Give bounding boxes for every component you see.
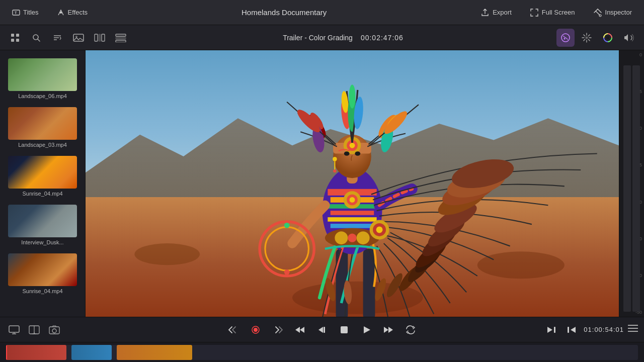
clip-label-1: Landscape_03.mp4 <box>8 142 77 148</box>
svg-point-60 <box>350 143 355 148</box>
svg-point-45 <box>335 231 348 244</box>
volume-icon <box>623 32 634 43</box>
sidebar-item-1[interactable]: Landscape_03.mp4 <box>3 104 82 151</box>
svg-point-50 <box>350 197 355 203</box>
clip-thumb-4 <box>8 253 77 286</box>
color-grading-button[interactable] <box>556 29 575 47</box>
svg-rect-104 <box>324 327 325 333</box>
effects-sparkle-button[interactable] <box>578 29 596 47</box>
apps-grid-button[interactable] <box>6 29 24 47</box>
toolbar: Trailer - Color Grading 00:02:47:06 <box>0 25 644 50</box>
svg-line-12 <box>38 39 40 41</box>
svg-point-101 <box>52 329 56 333</box>
trim-previous-button[interactable] <box>225 322 242 338</box>
preview-area <box>86 50 619 317</box>
toolbar-right <box>556 29 638 47</box>
clip-thumb-2 <box>8 156 77 189</box>
fast-forward-button[interactable] <box>380 322 396 338</box>
inspector-icon <box>593 8 602 17</box>
app-title: Homelands Documentary <box>92 8 476 17</box>
skip-start-button[interactable] <box>564 322 580 338</box>
svg-rect-97 <box>9 326 19 332</box>
fullscreen-button[interactable]: Full Screen <box>526 6 579 19</box>
clip-thumb-0 <box>8 58 77 91</box>
step-back-icon <box>316 325 328 335</box>
stop-icon <box>339 325 349 335</box>
sort-icon <box>52 33 62 43</box>
timeline-tools-left <box>6 322 62 338</box>
svg-rect-105 <box>341 326 348 333</box>
sidebar-item-0[interactable]: Landscape_06.mp4 <box>3 55 82 102</box>
meter-label-0: 0 <box>635 52 642 57</box>
monitor-button[interactable] <box>6 322 22 338</box>
play-button[interactable] <box>358 322 374 338</box>
inspector-button[interactable]: Inspector <box>589 6 636 19</box>
apps-grid-icon <box>10 33 20 43</box>
svg-point-46 <box>348 234 356 242</box>
clip-label-4: Sunrise_04.mp4 <box>8 288 77 294</box>
svg-point-47 <box>357 231 370 244</box>
trim-previous-icon <box>228 325 239 335</box>
rewind-button[interactable] <box>292 322 308 338</box>
volume-button[interactable] <box>620 29 638 47</box>
svg-rect-7 <box>11 34 14 37</box>
svg-rect-10 <box>16 39 19 42</box>
svg-rect-21 <box>116 34 126 36</box>
timeline-clip-1[interactable] <box>71 345 112 360</box>
timeline-clip-2[interactable] <box>117 345 192 360</box>
svg-line-4 <box>598 9 601 13</box>
svg-line-3 <box>594 9 598 13</box>
timeline-menu-button[interactable] <box>628 324 638 335</box>
playhead[interactable] <box>6 345 7 360</box>
split-screen-button[interactable] <box>26 322 42 338</box>
svg-point-26 <box>586 36 588 39</box>
svg-point-2 <box>60 12 62 14</box>
svg-point-6 <box>599 15 601 17</box>
photo-view-button[interactable] <box>69 29 88 47</box>
sidebar-item-3[interactable]: Interview_Dusk... <box>3 202 82 248</box>
loop-button[interactable] <box>403 322 419 338</box>
photo-button[interactable] <box>46 322 62 338</box>
color-wheel-button[interactable] <box>599 29 617 47</box>
fast-forward-icon <box>383 325 394 335</box>
titles-icon: T <box>12 9 20 17</box>
export-button[interactable]: Export <box>476 6 516 19</box>
svg-rect-42 <box>328 217 376 222</box>
svg-point-93 <box>333 169 336 172</box>
timeline-clip-0[interactable] <box>6 345 66 360</box>
strip-view-button[interactable] <box>91 29 109 47</box>
skip-end-button[interactable] <box>543 322 559 338</box>
trim-next-icon <box>272 325 283 335</box>
color-wheel-icon <box>602 32 613 43</box>
video-preview <box>86 50 619 317</box>
loop-icon <box>405 325 416 335</box>
sort-button[interactable] <box>48 29 66 47</box>
sidebar: Landscape_06.mp4 Landscape_03.mp4 Sunris… <box>0 50 86 317</box>
skip-end-icon <box>546 325 557 335</box>
list-view-button[interactable] <box>112 29 130 47</box>
effects-button[interactable]: Effects <box>53 7 92 19</box>
svg-point-53 <box>284 223 290 228</box>
step-back-button[interactable] <box>314 322 330 338</box>
strip-view-icon <box>94 33 105 42</box>
record-button[interactable] <box>248 322 264 338</box>
sparkle-icon <box>581 32 592 43</box>
svg-point-28 <box>606 36 609 39</box>
stop-button[interactable] <box>336 322 352 338</box>
search-button[interactable] <box>27 29 45 47</box>
svg-point-25 <box>564 38 566 39</box>
top-bar-right: Export Full Screen Inspector <box>476 6 636 19</box>
titles-button[interactable]: T Titles <box>8 7 43 19</box>
svg-rect-41 <box>331 211 374 215</box>
timeline-track[interactable] <box>6 345 638 360</box>
svg-rect-19 <box>99 34 101 41</box>
sidebar-item-2[interactable]: Sunrise_04.mp4 <box>3 153 82 200</box>
rewind-icon <box>294 325 305 335</box>
trim-next-button[interactable] <box>270 322 286 338</box>
meter-bars <box>623 65 640 312</box>
sidebar-item-4[interactable]: Sunrise_04.mp4 <box>3 250 82 297</box>
photo-icon <box>49 325 60 334</box>
svg-rect-107 <box>568 327 569 333</box>
export-icon <box>480 8 490 17</box>
svg-point-89 <box>344 151 350 156</box>
